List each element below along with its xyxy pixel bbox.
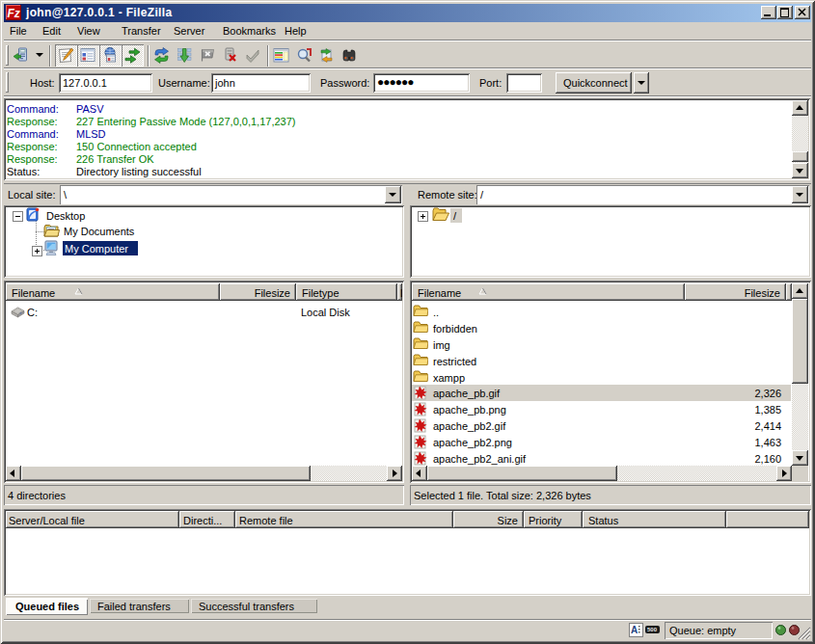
svg-text:Fz: Fz [8, 7, 20, 20]
svg-text:A: A [631, 625, 638, 635]
